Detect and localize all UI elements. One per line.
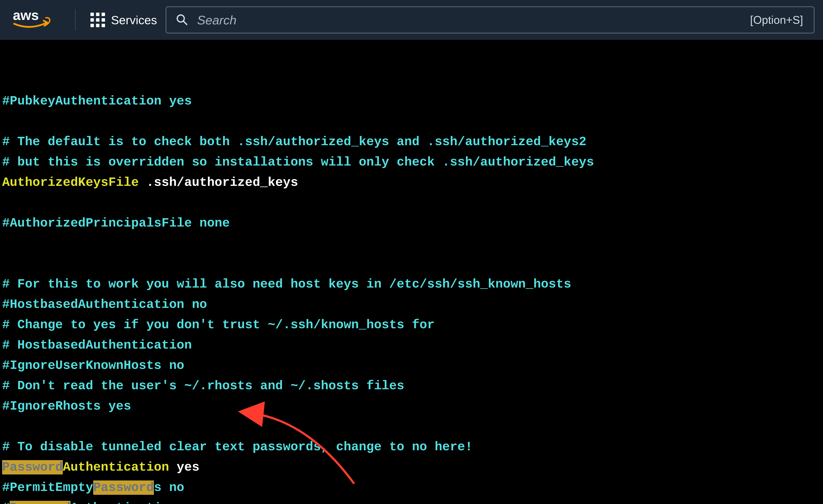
terminal-line[interactable]: #AuthorizedPrincipalsFile none (0, 217, 823, 237)
code-segment: #AuthorizedPrincipalsFile none (2, 216, 230, 230)
code-segment: #PubkeyAuthentication yes (2, 94, 192, 108)
terminal-line[interactable] (0, 237, 823, 258)
code-segment: .ssh/authorized_keys (139, 175, 298, 190)
terminal-line[interactable] (0, 115, 823, 136)
terminal-line[interactable]: #PasswordAuthentication no (0, 502, 823, 504)
code-segment: # but this is overridden so installation… (2, 155, 594, 169)
code-segment: Password (10, 501, 70, 504)
terminal-line[interactable]: # The default is to check both .ssh/auth… (0, 136, 823, 156)
code-segment: AuthorizedKeysFile (2, 175, 139, 190)
code-segment: # (2, 501, 10, 504)
code-segment: Authentication (63, 460, 169, 474)
terminal-line[interactable]: #IgnoreUserKnownHosts no (0, 359, 823, 380)
services-menu-button[interactable]: Services (91, 13, 157, 27)
code-segment: # Change to yes if you don't trust ~/.ss… (2, 318, 435, 332)
svg-line-2 (183, 21, 187, 24)
code-segment: #HostbasedAuthentication no (2, 297, 207, 312)
terminal-line[interactable]: # To disable tunneled clear text passwor… (0, 441, 823, 461)
code-segment: #IgnoreRhosts yes (2, 399, 131, 414)
terminal-viewport[interactable]: #PubkeyAuthentication yes # The default … (0, 40, 823, 504)
terminal-line[interactable]: # HostbasedAuthentication (0, 339, 823, 359)
terminal-line[interactable] (0, 420, 823, 441)
search-shortcut-hint: [Option+S] (750, 13, 803, 26)
terminal-line[interactable]: # Change to yes if you don't trust ~/.ss… (0, 318, 823, 339)
code-segment: # HostbasedAuthentication (2, 338, 192, 352)
code-segment: s no (154, 480, 184, 495)
aws-console-topbar: aws Services [Option+S] (0, 0, 823, 40)
terminal-line[interactable]: # Don't read the user's ~/.rhosts and ~/… (0, 380, 823, 400)
code-segment: # The default is to check both .ssh/auth… (2, 135, 587, 149)
terminal-line[interactable]: #IgnoreRhosts yes (0, 400, 823, 420)
terminal-line[interactable]: #PubkeyAuthentication yes (0, 95, 823, 115)
code-segment: # (2, 480, 10, 495)
search-input[interactable] (197, 13, 741, 27)
code-segment: # For this to work you will also need ho… (2, 277, 571, 291)
code-segment: PermitEmpty (10, 480, 93, 495)
terminal-line[interactable]: PasswordAuthentication yes (0, 461, 823, 481)
aws-logo[interactable]: aws (13, 7, 56, 33)
code-segment: Password (2, 460, 63, 474)
terminal-line[interactable]: AuthorizedKeysFile .ssh/authorized_keys (0, 176, 823, 197)
terminal-line[interactable]: # For this to work you will also need ho… (0, 278, 823, 298)
terminal-line[interactable]: # but this is overridden so installation… (0, 156, 823, 176)
topbar-divider (75, 9, 75, 31)
search-box[interactable]: [Option+S] (166, 6, 814, 33)
code-segment: Password (93, 480, 154, 495)
terminal-line[interactable]: #PermitEmptyPasswords no (0, 481, 823, 502)
code-segment: Authentication no (70, 501, 199, 504)
terminal-line[interactable]: #HostbasedAuthentication no (0, 298, 823, 318)
services-label: Services (111, 13, 157, 27)
code-segment: #IgnoreUserKnownHosts no (2, 358, 184, 373)
svg-text:aws: aws (13, 7, 39, 23)
search-icon (176, 13, 188, 27)
code-segment: yes (169, 460, 199, 474)
code-segment: # Don't read the user's ~/.rhosts and ~/… (2, 379, 404, 393)
terminal-line[interactable] (0, 258, 823, 278)
code-segment: # To disable tunneled clear text passwor… (2, 440, 473, 454)
services-grid-icon (91, 13, 105, 27)
terminal-line[interactable] (0, 197, 823, 217)
